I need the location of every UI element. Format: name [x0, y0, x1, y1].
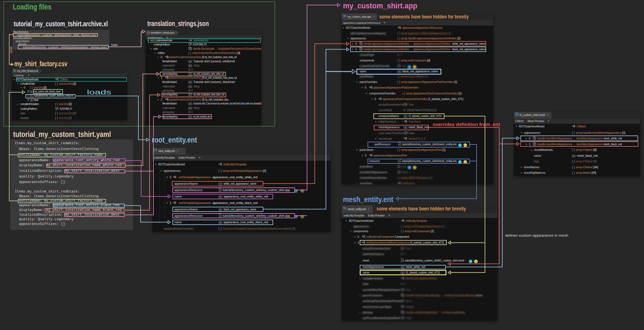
svg-text:localizationPersistenceOnScree: localizationPersistenceOnScreenEntry	[167, 56, 202, 59]
svg-text:root_entity.ent: root_entity.ent	[152, 136, 197, 144]
svg-text:array:array:String: array:array:String	[59, 82, 73, 85]
svg-text:my_custom_shirt.app: my_custom_shirt.app	[343, 2, 417, 10]
svg-text:Tutorial shirt (unisex), white: Tutorial shirt (unisex), white/red	[193, 60, 235, 63]
svg-text:A tutorial shirt. Can be worn: A tutorial shirt. Can be worn by everyon…	[193, 102, 261, 105]
svg-text:localizationPersistenceOnScree: localizationPersistenceOnScreenEntry	[167, 98, 202, 101]
svg-text:localizationPersistenceOnScree: localizationPersistenceOnScreenEntry	[167, 76, 202, 79]
svg-text:array:localizationPersistenceO: array:localizationPersistenceOnScreenEnt…	[192, 51, 237, 54]
svg-text:array:String: array:String	[59, 103, 68, 106]
svg-text:loads: loads	[111, 43, 118, 46]
svg-text:overrides definition from .ent: overrides definition from .ent	[433, 122, 500, 127]
svg-text:translation_strings.json: translation_strings.json	[147, 19, 209, 28]
svg-text:[0] my_shirt_localization_name: [0] my_shirt_localization_name_white_red	[202, 56, 237, 59]
svg-text:array:entTemplateComponentBack: array:entTemplateComponentBackendDataOve…	[223, 227, 291, 230]
svg-text:tutorial_my_custom_tshirt.arch: tutorial_my_custom_tshirt.archive.xl	[14, 20, 108, 28]
svg-text:tutorial\torso\my_custom_shirt: tutorial\torso\my_custom_shirt\t1_custom…	[405, 259, 464, 262]
svg-text:[0] my_shirt_localization_desc: [0] my_shirt_localization_desc	[202, 98, 229, 101]
svg-text:PLATFORM_PC: PLATFORM_PC	[60, 107, 72, 110]
svg-text:Loading files: Loading files	[13, 3, 51, 11]
svg-text:[0] my_shirt_localization_name: [0] my_shirt_localization_name_black_red	[202, 76, 237, 79]
svg-text:array:String: array:String	[59, 117, 68, 120]
svg-text:defines custom appearance in m: defines custom appearance in mesh	[505, 233, 568, 238]
svg-text:some elements have been hidden: some elements have been hidden for brevi…	[377, 206, 466, 212]
svg-text:tutorial_my_custom_tshirt.yaml: tutorial_my_custom_tshirt.yaml	[13, 130, 111, 139]
svg-text:mesh_entity.ent: mesh_entity.ent	[343, 195, 393, 204]
svg-text:loads: loads	[87, 88, 111, 96]
svg-text:my_shirt_factory.csv: my_shirt_factory.csv	[14, 60, 67, 68]
svg-text:some elements have been hidden: some elements have been hidden for brevi…	[379, 14, 469, 20]
svg-text:Tutorial shirt (unisex), black: Tutorial shirt (unisex), black/red	[193, 80, 235, 84]
svg-text:loads: loads	[9, 46, 13, 53]
svg-text:array:String: array:String	[34, 86, 43, 89]
svg-text:array:array:String: array:array:String	[59, 112, 73, 115]
svg-text:PLATFORM_PC: PLATFORM_PC	[193, 43, 207, 46]
svg-text:handle:ISerializable → localiz: handle:ISerializable → localizationPersi…	[193, 47, 261, 50]
